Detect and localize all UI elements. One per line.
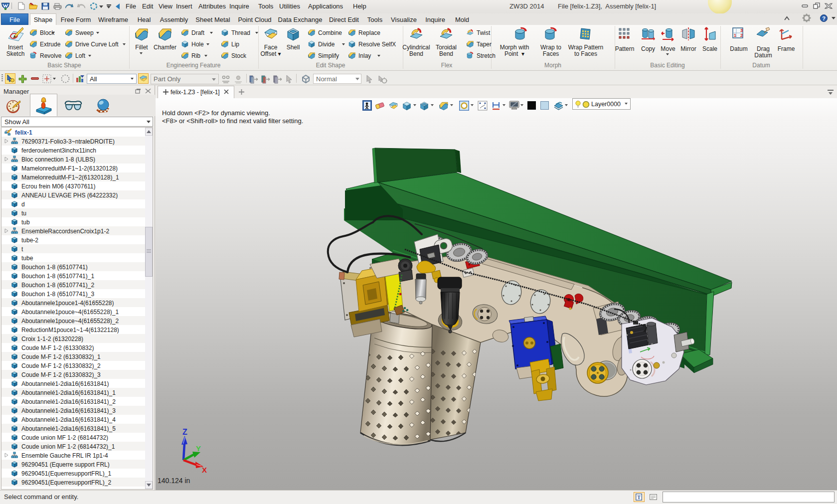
svg-text:T: T xyxy=(637,495,641,500)
svg-text:X: X xyxy=(202,466,207,474)
svg-text:?: ? xyxy=(822,15,826,21)
svg-text:Y: Y xyxy=(196,444,201,453)
svg-text:Z: Z xyxy=(182,428,187,436)
